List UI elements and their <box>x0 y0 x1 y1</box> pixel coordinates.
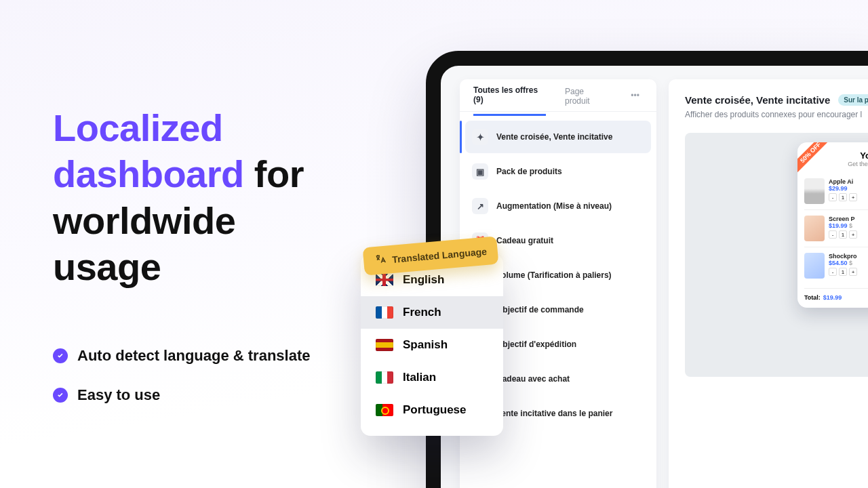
preview-area: 50% OFF Yo Get the most Apple Ai$29.99-1… <box>685 133 868 377</box>
language-label: Spanish <box>403 338 448 352</box>
offer-label: Objectif de commande <box>496 305 584 314</box>
more-icon[interactable]: ••• <box>627 87 643 104</box>
feature-label: Easy to use <box>77 386 160 404</box>
feature-label: Auto detect language & translate <box>77 347 311 365</box>
offer-label: Pack de produits <box>496 167 562 176</box>
language-label: English <box>403 273 444 287</box>
offer-icon: ▣ <box>472 163 488 180</box>
detail-badge: Sur la page p <box>838 94 868 106</box>
product-price: $19.99 $ <box>829 222 868 229</box>
tab-all-offers[interactable]: Toutes les offres (9) <box>473 79 546 116</box>
product-name: Screen P <box>829 216 868 222</box>
product-price: $54.50 $ <box>829 260 868 266</box>
offer-icon: ✦ <box>472 129 488 145</box>
product-thumb <box>804 178 825 204</box>
feature-item: Auto detect language & translate <box>53 347 311 365</box>
feature-item: Easy to use <box>53 386 311 404</box>
language-label: Italian <box>403 371 436 384</box>
check-circle-icon <box>53 348 68 363</box>
language-option-portuguese[interactable]: Portuguese <box>361 394 503 426</box>
feature-list: Auto detect language & translate Easy to… <box>53 347 311 426</box>
tab-product-page[interactable]: Page produit <box>565 79 608 115</box>
preview-total: Total: $19.99 <box>804 288 868 301</box>
qty-stepper[interactable]: -1+ <box>829 193 868 201</box>
phone-preview: 50% OFF Yo Get the most Apple Ai$29.99-1… <box>797 142 868 308</box>
qty-stepper[interactable]: -1+ <box>829 230 868 239</box>
product-thumb <box>804 216 825 241</box>
hero-heading: Localized dashboard for worldwide usage <box>53 105 351 290</box>
language-option-italian[interactable]: Italian <box>361 361 503 394</box>
language-option-spanish[interactable]: Spanish <box>361 329 503 361</box>
language-option-french[interactable]: French <box>361 296 503 329</box>
product-name: Apple Ai <box>829 178 868 185</box>
product-name: Shockpro <box>829 253 868 260</box>
offer-item[interactable]: ✦Vente croisée, Vente incitative <box>465 121 651 153</box>
product-thumb <box>804 253 825 279</box>
tabs-bar: Toutes les offres (9) Page produit ••• <box>460 79 656 112</box>
product-price: $29.99 <box>829 185 868 192</box>
offer-label: Vente incitative dans le panier <box>496 409 612 418</box>
offer-label: Objectif d'expédition <box>496 340 576 349</box>
flag-icon <box>376 306 393 319</box>
offer-label: Cadeau avec achat <box>496 374 570 384</box>
translate-icon <box>374 253 387 268</box>
offer-label: Augmentation (Mise à niveau) <box>496 201 612 211</box>
offer-item[interactable]: ▣Pack de produits <box>465 155 651 188</box>
check-circle-icon <box>53 388 68 403</box>
offer-label: Vente croisée, Vente incitative <box>496 132 612 142</box>
detail-title: Vente croisée, Vente incitative <box>685 94 830 106</box>
language-label: French <box>403 306 441 319</box>
offer-item[interactable]: ↗Augmentation (Mise à niveau) <box>465 190 651 222</box>
flag-icon <box>376 274 393 286</box>
preview-subtitle: Get the most <box>804 161 868 167</box>
flag-icon <box>376 371 393 384</box>
qty-stepper[interactable]: -1+ <box>829 268 868 276</box>
language-picker[interactable]: Translated Language EnglishFrenchSpanish… <box>361 254 503 436</box>
hero-accent-1: Localized <box>53 106 223 149</box>
language-label: Portuguese <box>403 403 467 417</box>
flag-icon <box>376 339 393 351</box>
offer-label: Cadeau gratuit <box>496 236 553 245</box>
offer-icon: ↗ <box>472 198 488 214</box>
offer-label: Volume (Tarification à paliers) <box>496 270 612 280</box>
detail-subtitle: Afficher des produits connexes pour enco… <box>685 110 868 119</box>
flag-icon <box>376 404 393 416</box>
hero-accent-2: dashboard <box>53 152 244 195</box>
detail-panel: Vente croisée, Vente incitative Sur la p… <box>669 79 868 488</box>
